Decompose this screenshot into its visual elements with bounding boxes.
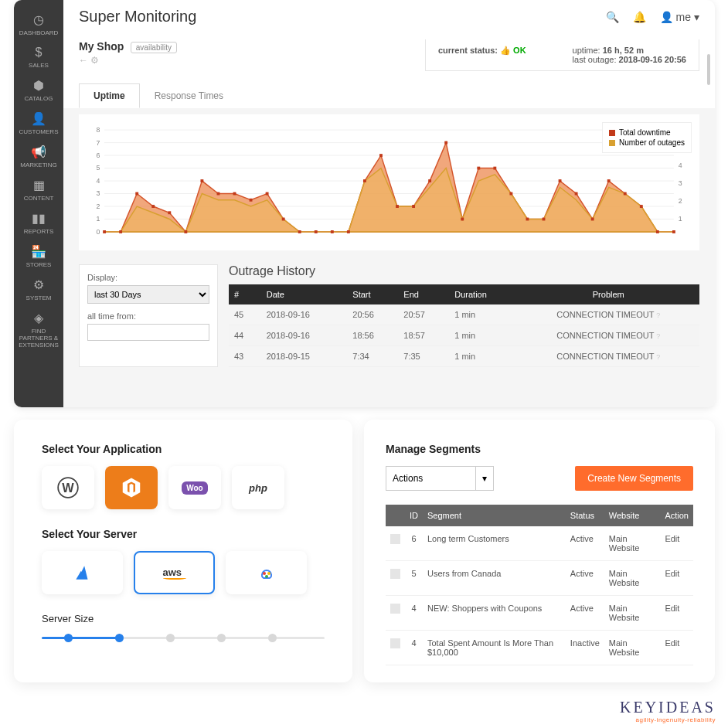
- back-icon[interactable]: ←: [79, 55, 88, 66]
- svg-text:7: 7: [96, 139, 100, 147]
- sidebar-item-reports[interactable]: ▮▮REPORTS: [14, 206, 63, 240]
- server-azure[interactable]: [42, 551, 123, 594]
- actions-dropdown[interactable]: Actions ▾: [386, 466, 494, 491]
- row-checkbox[interactable]: [390, 534, 400, 544]
- user-icon: 👤: [660, 11, 673, 23]
- svg-rect-51: [559, 179, 562, 182]
- server-size-slider[interactable]: [42, 637, 325, 640]
- table-row: 4NEW: Shoppers with CouponsActiveMain We…: [386, 596, 693, 631]
- svg-rect-26: [151, 205, 155, 208]
- sidebar-item-partners[interactable]: ◈FIND PARTNERS & EXTENSIONS: [14, 306, 63, 353]
- display-label: Display:: [87, 273, 209, 282]
- help-icon[interactable]: ?: [656, 332, 660, 340]
- chevron-down-icon: ▾: [694, 11, 699, 23]
- sidebar-item-catalog[interactable]: ⬢CATALOG: [14, 73, 63, 107]
- partners-icon: ◈: [15, 311, 62, 325]
- filter-panel: Display: last 30 Days all time from:: [79, 264, 218, 367]
- svg-text:6: 6: [96, 151, 100, 159]
- app-woo[interactable]: Woo: [168, 466, 221, 509]
- svg-rect-35: [298, 230, 301, 233]
- svg-text:2: 2: [679, 197, 682, 205]
- sidebar-item-stores[interactable]: 🏪STORES: [14, 240, 63, 273]
- footer-logo: KEYIDEAS agility-ingenuity-reliability: [620, 699, 716, 723]
- svg-text:1: 1: [96, 215, 100, 223]
- display-select[interactable]: last 30 Days: [87, 285, 209, 304]
- svg-rect-44: [444, 141, 447, 145]
- svg-rect-54: [607, 179, 611, 182]
- settings-icon[interactable]: ⚙: [90, 55, 99, 66]
- layout-icon: ▦: [15, 178, 62, 192]
- app-php[interactable]: php: [232, 466, 284, 509]
- svg-rect-39: [363, 179, 366, 182]
- svg-text:4: 4: [96, 177, 100, 185]
- svg-rect-42: [412, 205, 415, 208]
- search-icon[interactable]: 🔍: [606, 11, 619, 23]
- sidebar-item-customers[interactable]: 👤CUSTOMERS: [14, 107, 63, 140]
- row-checkbox[interactable]: [390, 638, 400, 648]
- dashboard-icon: ◷: [15, 12, 62, 27]
- svg-rect-57: [656, 230, 659, 233]
- create-segments-button[interactable]: Create New Segments: [575, 466, 693, 491]
- app-wordpress[interactable]: W: [42, 466, 94, 509]
- edit-link[interactable]: Edit: [665, 569, 679, 578]
- row-checkbox[interactable]: [390, 569, 400, 579]
- svg-rect-37: [331, 230, 334, 233]
- sidebar-item-system[interactable]: ⚙SYSTEM: [14, 273, 63, 306]
- svg-rect-30: [217, 192, 220, 196]
- main-content: Super Monitoring 🔍 🔔 👤 me ▾ My Shop avai…: [63, 0, 715, 407]
- slider-title: Server Size: [42, 613, 325, 624]
- gear-icon: ⚙: [15, 277, 62, 292]
- svg-text:3: 3: [679, 179, 682, 187]
- tab-uptime[interactable]: Uptime: [79, 83, 140, 108]
- outage-history: Outrage History #Date StartEnd DurationP…: [229, 264, 699, 367]
- store-icon: 🏪: [15, 244, 62, 259]
- server-gcp[interactable]: [226, 551, 307, 594]
- server-aws[interactable]: aws: [134, 551, 215, 594]
- table-row: 4Total Spent Amount Is More Than $10,000…: [386, 631, 693, 665]
- history-title: Outrage History: [229, 264, 699, 278]
- svg-rect-23: [103, 230, 106, 233]
- svg-rect-58: [672, 230, 675, 233]
- svg-text:1: 1: [679, 215, 682, 223]
- row-checkbox[interactable]: [390, 604, 400, 614]
- app-magento[interactable]: [105, 466, 158, 509]
- sidebar-item-sales[interactable]: $SALES: [14, 41, 63, 73]
- app-server-panel: Select Your Application W Woo php Select…: [14, 420, 352, 682]
- svg-rect-48: [509, 192, 512, 196]
- sidebar-item-dashboard[interactable]: ◷DASHBOARD: [14, 8, 63, 41]
- svg-rect-38: [347, 230, 350, 233]
- cube-icon: ⬢: [15, 78, 62, 93]
- edit-link[interactable]: Edit: [665, 638, 679, 648]
- svg-text:2: 2: [96, 202, 100, 210]
- user-menu[interactable]: 👤 me ▾: [660, 11, 699, 23]
- person-icon: 👤: [15, 111, 62, 126]
- svg-rect-36: [315, 230, 318, 233]
- help-icon[interactable]: ?: [656, 311, 660, 319]
- uptime-chart: 012 345 678 123 45 Total downtime Number…: [79, 114, 699, 250]
- chevron-down-icon: ▾: [475, 466, 487, 491]
- edit-link[interactable]: Edit: [665, 604, 679, 613]
- svg-rect-52: [575, 192, 578, 196]
- apps-title: Select Your Application: [42, 443, 325, 455]
- edit-link[interactable]: Edit: [665, 534, 679, 543]
- help-icon[interactable]: ?: [656, 353, 660, 361]
- bars-icon: ▮▮: [15, 211, 62, 226]
- svg-rect-55: [624, 192, 627, 196]
- svg-rect-27: [168, 211, 171, 214]
- page-header: Super Monitoring 🔍 🔔 👤 me ▾: [63, 0, 715, 33]
- sidebar-item-marketing[interactable]: 📢MARKETING: [14, 140, 63, 173]
- sidebar-item-content[interactable]: ▦CONTENT: [14, 173, 63, 206]
- table-row: 432018-09-157:347:351 minCONNECTION TIME…: [229, 346, 699, 367]
- scrollbar-thumb[interactable]: [707, 54, 710, 85]
- monitoring-panel: ◷DASHBOARD $SALES ⬢CATALOG 👤CUSTOMERS 📢M…: [14, 0, 715, 407]
- svg-rect-50: [543, 218, 546, 221]
- tab-response-times[interactable]: Response Times: [140, 83, 238, 108]
- bell-icon[interactable]: 🔔: [633, 11, 646, 23]
- svg-text:0: 0: [96, 228, 100, 236]
- svg-rect-32: [250, 199, 253, 202]
- svg-text:W: W: [62, 481, 74, 495]
- svg-point-63: [265, 575, 268, 578]
- alltime-from-input[interactable]: [87, 324, 209, 341]
- svg-point-62: [267, 572, 270, 575]
- svg-text:4: 4: [679, 162, 682, 169]
